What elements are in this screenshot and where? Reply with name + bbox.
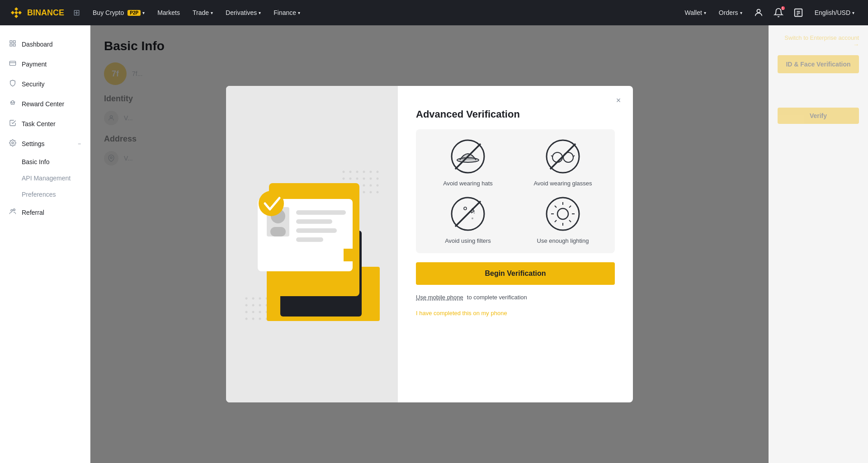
svg-point-56 [252, 311, 255, 313]
svg-point-40 [377, 184, 379, 187]
sidebar-item-task[interactable]: Task Center [0, 114, 90, 134]
notification-badge: 1 [781, 6, 785, 10]
nav-buy-crypto[interactable]: Buy Crypto P2P ▾ [87, 0, 150, 25]
security-icon [9, 80, 16, 89]
svg-point-29 [343, 178, 345, 180]
svg-point-61 [259, 318, 261, 320]
svg-point-53 [259, 304, 261, 307]
svg-point-18 [12, 142, 14, 144]
no-glasses-icon [545, 138, 581, 175]
svg-line-95 [455, 201, 481, 227]
modal-title: Advanced Verification [416, 109, 615, 120]
sidebar-subitem-api[interactable]: API Management [0, 170, 90, 186]
main-layout: Dashboard Payment Security Reward Center… [0, 25, 868, 463]
id-face-verification-button[interactable]: ID & Face Verification [778, 55, 859, 73]
svg-line-102 [555, 206, 557, 208]
svg-point-31 [356, 178, 359, 180]
enterprise-link[interactable]: Switch to Enterprise account → [778, 34, 859, 48]
svg-rect-14 [13, 44, 15, 46]
tip-no-glasses: Avoid wearing glasses [520, 138, 606, 187]
verify-button[interactable]: Verify [778, 108, 859, 124]
chevron-icon: − [78, 141, 81, 147]
svg-point-92 [464, 207, 467, 210]
chevron-down-icon: ▾ [704, 10, 706, 15]
settings-icon [9, 139, 16, 148]
user-profile-icon[interactable] [750, 5, 767, 21]
sidebar-item-reward[interactable]: Reward Center [0, 94, 90, 114]
tip-no-filters-label: Avoid using filters [445, 237, 491, 244]
grid-menu-icon[interactable]: ⊞ [73, 8, 80, 18]
svg-point-34 [377, 178, 379, 180]
mobile-phone-row: Use mobile phone to complete verificatio… [416, 294, 615, 301]
nav-wallet[interactable]: Wallet ▾ [680, 0, 710, 25]
modal-close-button[interactable]: × [611, 93, 626, 108]
no-hats-icon [450, 138, 486, 175]
sidebar-subitem-preferences[interactable]: Preferences [0, 186, 90, 203]
language-selector[interactable]: English/USD ▾ [810, 0, 859, 25]
tip-lighting-label: Use enough lighting [537, 237, 589, 244]
svg-line-87 [550, 144, 576, 169]
svg-point-48 [252, 298, 255, 300]
p2p-badge: P2P [127, 10, 141, 16]
svg-rect-71 [296, 219, 332, 224]
svg-point-75 [259, 191, 284, 216]
svg-point-59 [245, 318, 248, 320]
svg-point-51 [245, 304, 248, 307]
tips-grid: Avoid wearing hats [416, 129, 615, 253]
sidebar-item-dashboard[interactable]: Dashboard [0, 34, 90, 54]
svg-rect-11 [10, 41, 12, 43]
notifications-icon[interactable]: 1 [770, 5, 787, 21]
logo[interactable]: BINANCE [9, 5, 64, 20]
svg-point-93 [472, 217, 473, 219]
dashboard-icon [9, 40, 16, 49]
chevron-down-icon: ▾ [740, 10, 742, 15]
sidebar-item-referral[interactable]: Referral [0, 203, 90, 222]
right-sidebar: Switch to Enterprise account → ID & Face… [769, 25, 868, 463]
svg-rect-13 [10, 44, 12, 46]
use-mobile-phone-link[interactable]: Use mobile phone [416, 294, 463, 301]
sidebar-item-payment[interactable]: Payment [0, 54, 90, 74]
svg-point-26 [363, 171, 365, 173]
modal-left-panel: // Render dots [226, 86, 398, 402]
sidebar-item-security[interactable]: Security [0, 74, 90, 94]
svg-line-85 [551, 156, 552, 156]
binance-logo-text: BINANCE [27, 8, 64, 18]
no-filters-icon [450, 196, 486, 232]
sidebar: Dashboard Payment Security Reward Center… [0, 25, 90, 463]
svg-rect-72 [296, 228, 337, 233]
svg-rect-70 [296, 210, 346, 215]
svg-point-39 [370, 184, 372, 187]
svg-rect-74 [344, 249, 356, 261]
task-icon [9, 119, 16, 128]
svg-line-104 [569, 206, 571, 208]
svg-marker-1 [14, 7, 18, 11]
nav-derivatives[interactable]: Derivatives ▾ [220, 0, 266, 25]
nav-markets[interactable]: Markets [152, 0, 185, 25]
svg-rect-15 [9, 61, 15, 65]
sidebar-subitem-basic-info[interactable]: Basic Info [0, 154, 90, 170]
nav-finance[interactable]: Finance ▾ [268, 0, 306, 25]
svg-line-86 [573, 156, 575, 156]
tip-no-glasses-label: Avoid wearing glasses [533, 180, 592, 187]
svg-point-27 [370, 171, 372, 173]
svg-point-32 [363, 178, 365, 180]
binance-logo-icon [9, 5, 24, 20]
svg-marker-5 [14, 11, 18, 14]
svg-point-20 [13, 209, 15, 211]
svg-marker-3 [18, 11, 22, 14]
referral-icon [9, 208, 16, 217]
chevron-down-icon: ▾ [852, 10, 854, 15]
sidebar-subitems: Basic Info API Management Preferences [0, 154, 90, 203]
begin-verification-button[interactable]: Begin Verification [416, 262, 615, 285]
completed-on-phone-link[interactable]: I have completed this on my phone [416, 310, 615, 317]
svg-line-105 [555, 220, 557, 222]
nav-trade[interactable]: Trade ▾ [187, 0, 218, 25]
nav-orders[interactable]: Orders ▾ [714, 0, 747, 25]
orders-list-icon[interactable] [790, 5, 807, 21]
svg-point-94 [474, 213, 475, 214]
reward-icon [9, 99, 16, 109]
svg-point-45 [370, 191, 372, 194]
sidebar-settings-header[interactable]: Settings − [0, 134, 90, 154]
svg-point-33 [370, 178, 372, 180]
svg-rect-73 [296, 237, 323, 242]
